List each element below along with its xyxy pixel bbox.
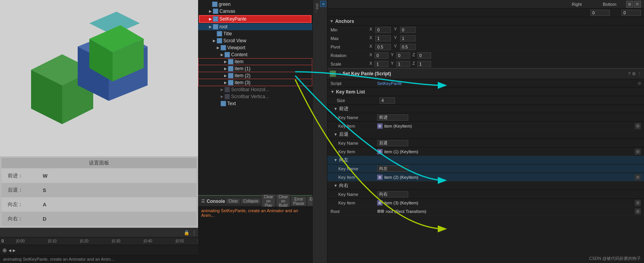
anchor-grid-icon[interactable]: ⊡ xyxy=(320,1,326,7)
scale-z-input[interactable]: 1 xyxy=(417,61,431,67)
xiangleft-key-item-row: Key Item ⊞ item (2) (KeyItem) ⊙ xyxy=(327,173,644,182)
settings-row-left: 向左： A xyxy=(2,197,197,211)
timeline-message: animating SetKeyPanle, create an Animato… xyxy=(0,255,198,263)
hierarchy-item-item1[interactable]: ▶ item (1) xyxy=(198,65,312,72)
min-x-input[interactable]: 0 xyxy=(375,27,391,33)
viewport-3d xyxy=(0,0,198,156)
hierarchy-item[interactable]: green xyxy=(198,1,312,8)
hierarchy-item[interactable]: Title xyxy=(198,30,312,37)
ref-select-btn[interactable]: ⊙ xyxy=(635,149,641,155)
stretch-row: Right Bottom ⊞ R xyxy=(327,0,644,9)
console-clearplay-btn[interactable]: Clear on Play xyxy=(262,194,275,208)
expand-arrow: ▶ xyxy=(213,39,217,43)
houtui-keyname-input[interactable]: 后退 xyxy=(377,140,408,146)
prev-icon[interactable]: ◂ xyxy=(9,247,11,253)
hierarchy-name: Title xyxy=(223,31,232,36)
hierarchy-item[interactable]: ▶ Canvas xyxy=(198,8,312,15)
rot-y-input[interactable]: 0 xyxy=(396,52,410,59)
pivot-y-input[interactable]: 0.5 xyxy=(400,44,416,50)
console-header: ☰ Console Clear Collapse Clear on Play C… xyxy=(198,196,312,207)
component-settings-icon[interactable]: ⚙ xyxy=(632,71,636,76)
root-label: Root xyxy=(331,209,377,214)
qianjin-arrow[interactable]: ▼ xyxy=(334,107,338,111)
qianjin-keyitem-value: item (KeyItem) xyxy=(384,124,412,128)
ref-select-btn[interactable]: ⊙ xyxy=(635,200,641,206)
console-clearbuild-btn[interactable]: Clear on Build xyxy=(277,194,290,208)
anchors-label: Anchors xyxy=(335,19,354,24)
scale-y-input[interactable]: 1 xyxy=(396,61,410,67)
cube-icon xyxy=(228,59,233,64)
anchors-arrow[interactable]: ▼ xyxy=(330,19,334,23)
cube-icon xyxy=(213,9,218,14)
hierarchy-name: item (3) xyxy=(235,80,251,85)
console-collapse-btn[interactable]: Collapse xyxy=(241,199,260,204)
timeline-area: 🔒 ⋮ 0 |0:00 |0:10 |0:20 |0:30 |0:40 |0:5… xyxy=(0,228,198,263)
xiangright-arrow[interactable]: ▼ xyxy=(334,183,338,188)
cube-icon xyxy=(225,94,230,99)
key-item-list-arrow[interactable]: ▼ xyxy=(331,90,334,94)
ruler-menu[interactable]: ⋮ xyxy=(196,239,198,243)
qianjin-keyitem-ref: ⊞ item (KeyItem) ⊙ xyxy=(377,123,641,129)
ref-select-btn[interactable]: ⊙ xyxy=(635,174,641,180)
R-btn[interactable]: R xyxy=(634,1,641,8)
xiangright-key-name-row: Key Name 向右 xyxy=(327,190,644,199)
max-x-label: X xyxy=(369,35,372,42)
console-tab-label[interactable]: Console xyxy=(207,199,225,204)
hierarchy-item-root[interactable]: ▶ root xyxy=(198,23,312,30)
component-help-icon[interactable]: ? xyxy=(628,71,630,76)
min-values: X 0 Y 0 xyxy=(369,27,416,33)
pivot-y-label: Y xyxy=(394,44,397,50)
xiangleft-arrow[interactable]: ▼ xyxy=(334,158,338,162)
pivot-x-input[interactable]: 0.5 xyxy=(375,44,391,50)
max-x-input[interactable]: 1 xyxy=(375,35,391,42)
next-icon[interactable]: ▸ xyxy=(13,247,16,253)
size-value-input[interactable]: 4 xyxy=(379,97,395,104)
hierarchy-item[interactable]: ▶ Viewport xyxy=(198,44,312,51)
root-icon: ⊞⊞ xyxy=(377,209,384,214)
component-menu-icon[interactable]: ⋮ xyxy=(637,71,642,76)
hierarchy-item[interactable]: ▶ Scrollbar Horizol... xyxy=(198,86,312,93)
hierarchy-name: SetKeyPanle xyxy=(219,16,246,22)
hierarchy-item[interactable]: ▶ Content xyxy=(198,51,312,58)
lock-icon[interactable]: 🔒 xyxy=(184,230,190,235)
hierarchy-item-setkeyplanle[interactable]: ▶ SetKeyPanle xyxy=(199,15,312,23)
rewind-icon[interactable]: ⊕ xyxy=(2,247,7,253)
xiangleft-keyname-input[interactable]: 向左 xyxy=(377,166,408,172)
menu-icon[interactable]: ⋮ xyxy=(192,230,197,235)
xiangright-keyname-input[interactable]: 向右 xyxy=(377,191,408,197)
checkbox-icon[interactable]: ✓ xyxy=(338,71,341,76)
hierarchy-item-item0[interactable]: ▶ item xyxy=(198,58,312,65)
min-y-input[interactable]: 0 xyxy=(400,27,416,33)
max-values: X 1 Y 1 xyxy=(369,35,416,42)
console-clear-btn[interactable]: Clear xyxy=(226,199,240,204)
houtui-key-name-row: Key Name 后退 xyxy=(327,139,644,147)
cube-scene xyxy=(0,0,198,156)
root-select-btn[interactable]: ⊙ xyxy=(635,208,641,215)
console-errorpause-btn[interactable]: Error Pause xyxy=(291,197,306,206)
cube-icon xyxy=(228,73,233,78)
hierarchy-item[interactable]: Text xyxy=(198,100,312,107)
qianjin-keyname-input[interactable]: 前进 xyxy=(377,114,408,121)
right-value-input[interactable] xyxy=(590,10,610,16)
houtui-arrow[interactable]: ▼ xyxy=(334,132,338,137)
scale-x-input[interactable]: 1 xyxy=(374,61,388,67)
hierarchy-name: green xyxy=(219,2,231,7)
xiangleft-keyitem-label: Key Item xyxy=(338,175,377,180)
hierarchy-item-item3[interactable]: ▶ item (3) xyxy=(198,79,312,86)
anchor-btn[interactable]: ⊞ xyxy=(626,1,633,8)
hierarchy-item[interactable]: ▶ Scrollbar Vertica... xyxy=(198,93,312,100)
qianjin-keyname-label: Key Name xyxy=(338,115,377,120)
scale-row: Scale X 1 Y 1 Z 1 xyxy=(327,60,644,68)
rot-x-input[interactable]: 0 xyxy=(374,52,388,59)
max-y-input[interactable]: 1 xyxy=(400,35,416,42)
key-item-list-header: ▼ Key Item List xyxy=(327,88,644,96)
xiangleft-keyitem-ref: ⊞ item (2) (KeyItem) ⊙ xyxy=(377,174,641,180)
expand-arrow: ▶ xyxy=(224,60,228,64)
bottom-value-input[interactable] xyxy=(621,10,641,16)
rot-z-input[interactable]: 0 xyxy=(417,52,431,59)
hierarchy-item-item2[interactable]: ▶ item (2) xyxy=(198,72,312,79)
houtui-label: 后退 xyxy=(339,131,348,138)
ref-select-btn[interactable]: ⊙ xyxy=(635,123,641,129)
min-x-label: X xyxy=(369,27,372,33)
hierarchy-item[interactable]: ▶ Scroll View xyxy=(198,37,312,44)
